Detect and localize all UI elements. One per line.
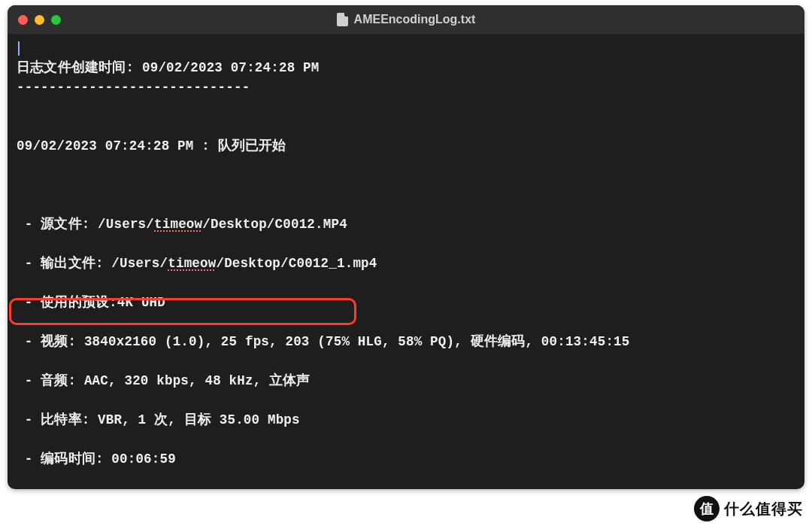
label-output: - 输出文件: — [17, 256, 111, 271]
log-line-bitrate: - 比特率: VBR, 1 次, 目标 35.00 Mbps — [17, 410, 795, 430]
value-video: 3840x2160 (1.0), 25 fps, 203 (75% HLG, 5… — [84, 334, 630, 349]
value-source-suffix: /Desktop/C0012.MP4 — [202, 217, 347, 232]
label-encode-time: - 编码时间: — [17, 452, 111, 467]
label-queue-start: 队列已开始 — [218, 138, 286, 154]
window-controls — [18, 15, 61, 25]
maximize-icon[interactable] — [51, 15, 61, 25]
log-line-video: - 视频: 3840x2160 (1.0), 25 fps, 203 (75% … — [17, 332, 795, 351]
log-line-source: - 源文件: /Users/timeow/Desktop/C0012.MP4 — [17, 214, 795, 234]
log-line-output: - 输出文件: /Users/timeow/Desktop/C0012_1.mp… — [17, 254, 795, 273]
value-source-prefix: /Users/ — [98, 217, 154, 232]
value-bitrate: VBR, 1 次, 目标 35.00 Mbps — [98, 412, 300, 427]
document-icon — [337, 13, 348, 26]
value-output-user: timeow — [168, 256, 216, 271]
log-content[interactable]: 日志文件创建时间: 09/02/2023 07:24:28 PM--------… — [8, 34, 804, 489]
text-cursor — [18, 41, 20, 56]
title-bar[interactable]: AMEEncodingLog.txt — [8, 5, 804, 34]
value-audio: AAC, 320 kbps, 48 kHz, 立体声 — [84, 373, 311, 388]
title-center: AMEEncodingLog.txt — [337, 13, 476, 26]
log-line-preset: - 使用的预设:4K UHD — [17, 293, 795, 312]
window-title: AMEEncodingLog.txt — [354, 13, 476, 26]
value-output-suffix: /Desktop/C0012_1.mp4 — [216, 256, 377, 271]
watermark-text: 什么值得买 — [724, 499, 803, 519]
log-line-queue-start: 09/02/2023 07:24:28 PM : 队列已开始 — [17, 136, 795, 156]
label-created: 日志文件创建时间: — [17, 60, 142, 75]
terminal-window: AMEEncodingLog.txt 日志文件创建时间: 09/02/2023 … — [8, 5, 804, 489]
log-line-created: 日志文件创建时间: 09/02/2023 07:24:28 PM — [17, 58, 795, 78]
watermark-badge-icon: 值 — [694, 496, 720, 521]
value-queue-start-time: 09/02/2023 07:24:28 PM : — [17, 138, 218, 154]
value-source-user: timeow — [154, 217, 202, 232]
label-source: - 源文件: — [17, 217, 98, 232]
label-audio: - 音频: — [17, 373, 84, 388]
label-bitrate: - 比特率: — [17, 412, 98, 427]
log-line-encode-time: - 编码时间: 00:06:59 — [17, 449, 795, 469]
close-icon[interactable] — [18, 15, 28, 25]
log-line-separator: ----------------------------- — [17, 78, 795, 97]
log-line-success: 09/02/2023 07:31:27 PM : 文件编码成功 — [17, 488, 795, 489]
minimize-icon[interactable] — [35, 15, 44, 25]
watermark: 值 什么值得买 — [694, 496, 803, 521]
value-output-prefix: /Users/ — [111, 256, 168, 271]
label-video: - 视频: — [17, 334, 84, 349]
log-line-audio: - 音频: AAC, 320 kbps, 48 kHz, 立体声 — [17, 371, 795, 391]
value-encode-time: 00:06:59 — [111, 452, 176, 467]
label-preset: - 使用的预设: — [17, 295, 117, 310]
value-created-time: 09/02/2023 07:24:28 PM — [142, 60, 319, 75]
value-preset: 4K UHD — [117, 295, 165, 310]
